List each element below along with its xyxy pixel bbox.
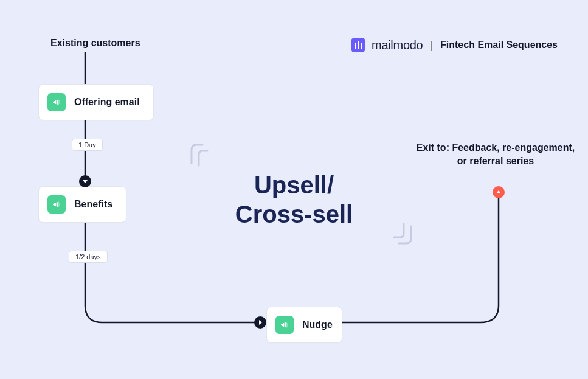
node-nudge: Nudge xyxy=(266,307,342,343)
arrow-right-icon xyxy=(254,316,266,329)
delay-badge-1: 1 Day xyxy=(72,139,103,151)
node-label: Offering email xyxy=(74,97,140,108)
delay-badge-2: 1/2 days xyxy=(69,251,108,263)
title-line-1: Upsell/ xyxy=(254,172,334,198)
megaphone-icon xyxy=(47,93,66,111)
header: mailmodo | Fintech Email Sequences xyxy=(351,38,558,52)
brand-name: mailmodo xyxy=(372,38,423,52)
diagram-title: Upsell/ Cross-sell xyxy=(0,170,588,229)
node-label: Nudge xyxy=(302,319,333,330)
title-line-2: Cross-sell xyxy=(235,201,353,228)
exit-label: Exit to: Feedback, re-engagement, or ref… xyxy=(413,141,578,169)
brand-logo-icon xyxy=(351,38,365,52)
megaphone-icon xyxy=(275,316,294,334)
header-divider: | xyxy=(430,39,433,52)
node-offering-email: Offering email xyxy=(38,84,154,120)
header-subtitle: Fintech Email Sequences xyxy=(440,40,558,50)
flow-start-label: Existing customers xyxy=(50,38,140,49)
